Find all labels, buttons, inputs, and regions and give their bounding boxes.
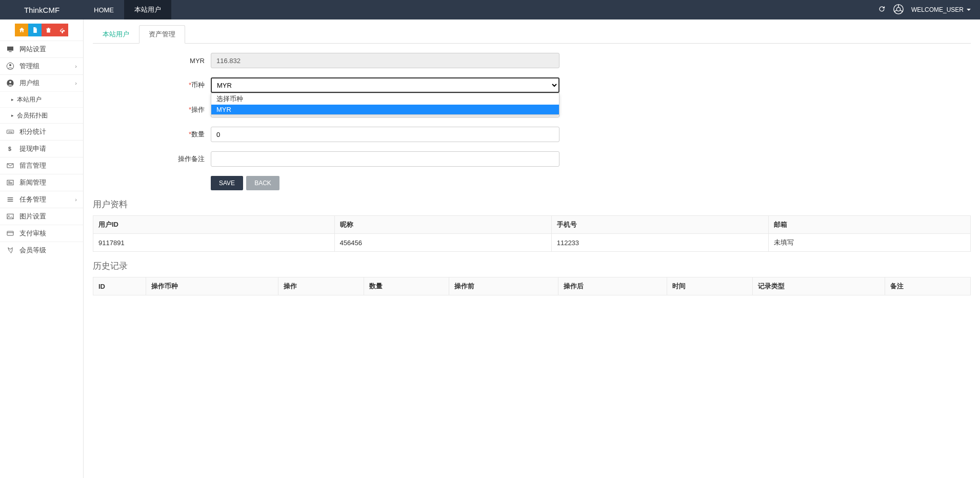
sidebar-sub-label: 会员拓扑图 [17, 111, 48, 120]
sidebar-item-label: 管理组 [19, 62, 39, 71]
sidebar-item-tasks[interactable]: 任务管理 › [0, 191, 83, 208]
currency-option-myr[interactable]: MYR [211, 105, 559, 114]
toolbar-file-button[interactable] [28, 24, 42, 36]
tab-site-users[interactable]: 本站用户 [93, 25, 139, 44]
nav-right: WELCOME_USER [878, 0, 980, 19]
user-menu-label: WELCOME_USER [911, 6, 964, 13]
sidebar-item-label: 会员等级 [19, 246, 46, 255]
sidebar-item-label: 任务管理 [19, 195, 46, 204]
th-email: 邮箱 [768, 216, 970, 234]
sidebar-item-payment-review[interactable]: 支付审核 [0, 225, 83, 242]
list-icon [6, 195, 14, 204]
sidebar-item-label: 用户组 [19, 78, 39, 88]
th-qty: 数量 [364, 277, 449, 295]
tab-asset-manage[interactable]: 资产管理 [139, 25, 185, 44]
nav-tab-users[interactable]: 本站用户 [124, 0, 171, 19]
svg-rect-21 [7, 231, 13, 235]
svg-text:VISA: VISA [8, 131, 12, 133]
news-icon [6, 178, 14, 187]
op-label: *操作 [93, 105, 211, 114]
th-userid: 用户ID [93, 216, 335, 234]
user-circle-icon [6, 62, 14, 70]
cell-nickname: 456456 [334, 234, 551, 252]
th-op-currency: 操作币种 [146, 277, 278, 295]
top-navbar: ThinkCMF HOME 本站用户 WELCOME_USER [0, 0, 980, 19]
history-title: 历史记录 [93, 260, 971, 272]
currency-select[interactable]: MYR [211, 77, 559, 93]
content-tabs: 本站用户 资产管理 [93, 25, 971, 44]
user-info-title: 用户资料 [93, 198, 971, 210]
asset-form: MYR *币种 MYR 选择币种 MYR *操作 [93, 53, 971, 190]
svg-line-4 [900, 10, 903, 11]
sidebar-item-withdraw[interactable]: $ 提现申请 [0, 140, 83, 157]
th-id: ID [93, 277, 146, 295]
back-button[interactable]: BACK [246, 176, 279, 190]
mail-icon [6, 162, 14, 170]
dollar-icon: $ [6, 145, 14, 153]
sidebar-item-admin-group[interactable]: 管理组 › [0, 57, 83, 74]
globe-icon[interactable] [893, 4, 904, 16]
qty-input[interactable] [211, 127, 559, 142]
qty-label: *数量 [93, 130, 211, 139]
sidebar-item-site-settings[interactable]: 网站设置 [0, 41, 83, 57]
sidebar-item-label: 新闻管理 [19, 178, 46, 187]
cell-userid: 9117891 [93, 234, 335, 252]
sidebar-item-label: 留言管理 [19, 161, 46, 170]
svg-point-8 [9, 81, 11, 83]
svg-point-6 [9, 64, 11, 66]
svg-text:$: $ [8, 146, 11, 152]
myr-value-input [211, 53, 559, 68]
sidebar-sub-member-topology[interactable]: 会员拓扑图 [0, 107, 83, 123]
th-record-type: 记录类型 [752, 277, 885, 295]
th-remark: 备注 [885, 277, 971, 295]
caret-down-icon [967, 9, 971, 11]
th-after: 操作后 [558, 277, 667, 295]
nav-tab-home[interactable]: HOME [84, 0, 124, 19]
sidebar-item-images[interactable]: 图片设置 [0, 208, 83, 225]
visa-icon: VISA [6, 128, 14, 136]
sidebar-sub-label: 本站用户 [17, 95, 42, 104]
cell-email: 未填写 [768, 234, 970, 252]
th-op: 操作 [278, 277, 364, 295]
th-before: 操作前 [449, 277, 558, 295]
history-table: ID 操作币种 操作 数量 操作前 操作后 时间 记录类型 备注 [93, 277, 971, 295]
user-info-table: 用户ID 昵称 手机号 邮箱 9117891 456456 112233 未填写 [93, 215, 971, 252]
sidebar-item-label: 支付审核 [19, 229, 46, 238]
cell-phone: 112233 [551, 234, 768, 252]
sidebar-item-user-group[interactable]: 用户组 › [0, 74, 83, 91]
sidebar-toolbar [0, 19, 83, 41]
currency-option-placeholder[interactable]: 选择币种 [211, 93, 559, 105]
content-area: 本站用户 资产管理 MYR *币种 MYR 选择币种 MYR [84, 19, 980, 478]
chevron-right-icon: › [75, 80, 77, 86]
image-icon [6, 212, 14, 221]
sidebar: 网站设置 管理组 › 用户组 › 本站用户 会员拓扑图 VISA 积分统计 $ … [0, 19, 84, 478]
user-menu[interactable]: WELCOME_USER [911, 6, 971, 13]
myr-label: MYR [93, 57, 211, 65]
card-icon [6, 229, 14, 237]
user-circle-icon [6, 79, 14, 87]
toolbar-delete-button[interactable] [42, 24, 55, 36]
sidebar-item-label: 图片设置 [19, 212, 46, 221]
sidebar-item-member-level[interactable]: 会员等级 [0, 242, 83, 258]
save-button[interactable]: SAVE [211, 176, 243, 190]
svg-point-1 [896, 7, 900, 11]
toolbar-settings-button[interactable] [55, 24, 68, 36]
refresh-icon[interactable] [878, 5, 886, 14]
currency-dropdown: 选择币种 MYR [211, 93, 559, 115]
toolbar-home-button[interactable] [15, 24, 28, 36]
table-row: 9117891 456456 112233 未填写 [93, 234, 971, 252]
sidebar-item-messages[interactable]: 留言管理 [0, 157, 83, 174]
th-time: 时间 [667, 277, 753, 295]
vine-icon [6, 246, 14, 254]
remark-input[interactable] [211, 151, 559, 167]
th-nickname: 昵称 [334, 216, 551, 234]
sidebar-item-news[interactable]: 新闻管理 [0, 174, 83, 191]
sidebar-item-label: 提现申请 [19, 144, 46, 153]
monitor-icon [6, 45, 14, 53]
sidebar-sub-site-users[interactable]: 本站用户 [0, 91, 83, 107]
sidebar-item-label: 网站设置 [19, 45, 46, 54]
sidebar-item-label: 积分统计 [19, 127, 46, 136]
remark-label: 操作备注 [93, 154, 211, 164]
brand: ThinkCMF [0, 0, 84, 19]
sidebar-item-points[interactable]: VISA 积分统计 [0, 123, 83, 140]
